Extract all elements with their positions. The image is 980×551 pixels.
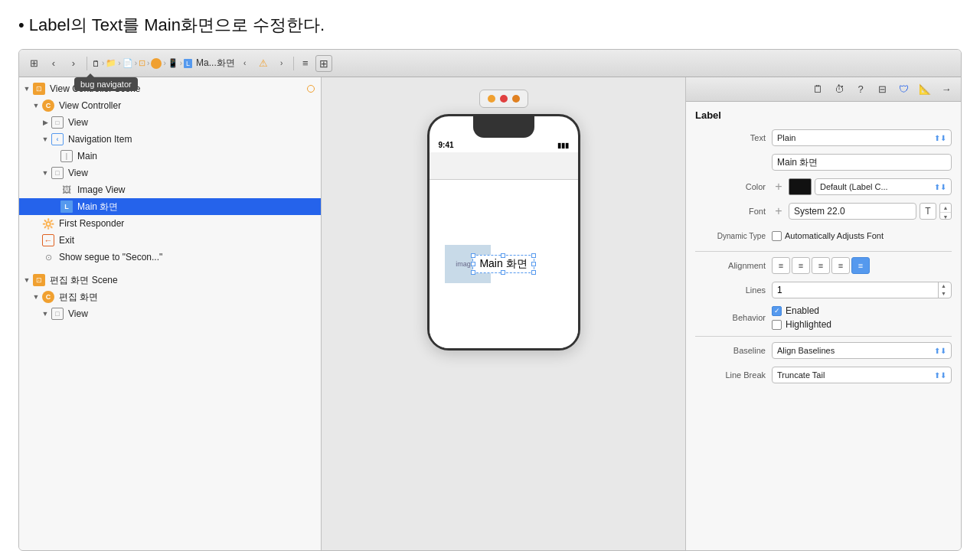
responder-item[interactable]: 🔆 First Responder	[19, 215, 321, 232]
nav-item[interactable]: ‹ Navigation Item	[19, 131, 321, 148]
align-right-btn[interactable]: ≡	[812, 257, 830, 274]
align-center-btn[interactable]: ≡	[792, 257, 810, 274]
main-item[interactable]: | Main	[19, 148, 321, 165]
forward-button[interactable]: ›	[65, 55, 82, 72]
history-icon[interactable]: ⏱	[831, 81, 848, 98]
dot-red	[500, 95, 508, 103]
line-break-value: Truncate Tail	[777, 370, 825, 380]
color-control: + Default (Label C... ⬆⬇	[772, 178, 952, 195]
font-plus-btn[interactable]: +	[772, 204, 786, 218]
enabled-checkbox[interactable]: ✓	[772, 306, 782, 316]
font-label: Font	[695, 207, 772, 216]
color-swatch[interactable]	[789, 178, 812, 195]
device-icon: 📱	[168, 58, 178, 68]
scene1-item[interactable]: ⊡ View Controller Scene	[19, 80, 321, 97]
enabled-label: Enabled	[786, 305, 819, 316]
toolbar: ⊞ ‹ › 🗒 › 📁 › 📄 › ⊡ ›	[19, 50, 961, 77]
align-left-btn[interactable]: ≡	[772, 257, 790, 274]
baseline-select[interactable]: Align Baselines ⬆⬇	[772, 342, 952, 359]
dot-yellow	[512, 95, 520, 103]
text-value-input[interactable]: Main 화면	[772, 154, 952, 171]
scene2-chevron	[22, 276, 31, 285]
phone-mockup: 9:41 ▮▮▮ imageV Main 화면	[427, 114, 580, 350]
scene1-indicator	[307, 85, 315, 93]
main-label: Main	[77, 151, 97, 161]
font-stepper[interactable]: ▲ ▼	[939, 203, 952, 220]
breadcrumb-scene[interactable]: ⊡ ›	[139, 58, 149, 68]
handle-tm	[501, 253, 505, 258]
file-inspector-icon[interactable]: 🗒	[809, 81, 826, 98]
vc2-icon: C	[42, 291, 54, 303]
label-icon: L	[184, 59, 192, 68]
vc-icon: C	[42, 99, 54, 112]
highlighted-row: Highlighted	[772, 319, 831, 330]
breadcrumb-label[interactable]: L Ma...화면	[184, 57, 235, 70]
baseline-value: Align Baselines	[777, 346, 835, 355]
view3-icon: □	[51, 308, 64, 320]
lines-icon[interactable]: ≡	[297, 55, 314, 72]
font-stepper-up[interactable]: ▲	[940, 204, 951, 212]
color-select[interactable]: Default (Label C... ⬆⬇	[815, 178, 952, 195]
breadcrumb-forward-icon[interactable]: ›	[273, 55, 290, 72]
breadcrumb-back-icon[interactable]: ‹	[237, 55, 253, 72]
phone-label-text: Main 화면	[479, 257, 527, 269]
phone-label-selected[interactable]: Main 화면	[472, 255, 534, 273]
vc2-item[interactable]: C 편집 화면	[19, 289, 321, 305]
exit-item[interactable]: ← Exit	[19, 232, 321, 249]
breadcrumb-orange-circle[interactable]: ›	[151, 58, 165, 69]
help-icon[interactable]: ?	[852, 81, 869, 98]
instruction-text: • Label의 Text를 Main화면으로 수정한다.	[18, 14, 962, 37]
view3-item[interactable]: □ View	[19, 305, 321, 322]
add-toolbar-button[interactable]: ⊞	[315, 55, 332, 72]
tooltip-bubble: bug navigator	[74, 77, 138, 91]
navigator-panel: ⊡ View Controller Scene C View Controlle…	[19, 77, 322, 550]
image-view-item[interactable]: 🖼 Image View	[19, 181, 321, 198]
segue-item[interactable]: ⊙ Show segue to "Secon..."	[19, 249, 321, 266]
vc-item[interactable]: C View Controller	[19, 97, 321, 114]
folder-icon: 📁	[106, 58, 116, 68]
view2-item[interactable]: □ View	[19, 165, 321, 181]
line-break-control: Truncate Tail ⬆⬇	[772, 367, 952, 383]
dynamic-type-checkbox[interactable]	[772, 231, 782, 241]
text-type-select[interactable]: Plain ⬆⬇	[772, 129, 952, 146]
breadcrumb-storyboard[interactable]: 📄 ›	[122, 58, 137, 68]
responder-icon: 🔆	[42, 217, 54, 230]
font-input[interactable]: System 22.0	[789, 203, 916, 220]
breadcrumb-folder[interactable]: 📁 ›	[106, 58, 120, 68]
back-button[interactable]: ‹	[45, 55, 62, 72]
lines-down[interactable]: ▼	[941, 290, 946, 298]
line-break-arrow: ⬆⬇	[934, 371, 946, 380]
breadcrumb-device[interactable]: 📱 ›	[168, 58, 182, 68]
view1-item[interactable]: □ View	[19, 114, 321, 131]
xcode-window: ⊞ ‹ › 🗒 › 📁 › 📄 › ⊡ ›	[18, 49, 962, 551]
breadcrumb-warning-icon[interactable]: ⚠	[255, 55, 272, 72]
enabled-check: ✓	[774, 307, 780, 315]
phone-content: imageV Main 화면	[430, 180, 578, 348]
view3-label: View	[68, 308, 88, 319]
line-break-select[interactable]: Truncate Tail ⬆⬇	[772, 367, 952, 383]
vc-chevron	[31, 101, 41, 110]
identity-icon[interactable]: ⊟	[874, 81, 890, 98]
dynamic-type-row: Dynamic Type Automatically Adjusts Font	[695, 227, 952, 245]
navigator-content: ⊡ View Controller Scene C View Controlle…	[19, 77, 321, 550]
align-natural-btn[interactable]: ≡	[851, 257, 870, 274]
breadcrumb-file[interactable]: 🗒 ›	[92, 59, 104, 68]
align-justify-btn[interactable]: ≡	[831, 257, 850, 274]
scene2-item[interactable]: ⊡ 편집 화면 Scene	[19, 272, 321, 289]
scene2-icon: ⊡	[33, 274, 45, 286]
lines-arrows[interactable]: ▲ ▼	[938, 282, 946, 298]
canvas-window: 9:41 ▮▮▮ imageV Main 화면	[427, 90, 580, 350]
attributes-icon[interactable]: 🛡	[895, 81, 912, 98]
lines-up[interactable]: ▲	[941, 282, 946, 290]
lines-stepper[interactable]: 1 ▲ ▼	[772, 282, 952, 298]
font-stepper-down[interactable]: ▼	[940, 212, 951, 221]
baseline-control: Align Baselines ⬆⬇	[772, 342, 952, 359]
vc-circle-icon	[151, 58, 162, 69]
size-icon[interactable]: 📐	[916, 81, 933, 98]
highlighted-checkbox[interactable]	[772, 320, 782, 330]
font-t-button[interactable]: T	[920, 203, 936, 220]
label-item[interactable]: L Main 화면	[19, 198, 321, 215]
connections-icon[interactable]: →	[938, 81, 955, 98]
grid-icon[interactable]: ⊞	[25, 55, 42, 72]
color-plus-btn[interactable]: +	[772, 180, 786, 194]
